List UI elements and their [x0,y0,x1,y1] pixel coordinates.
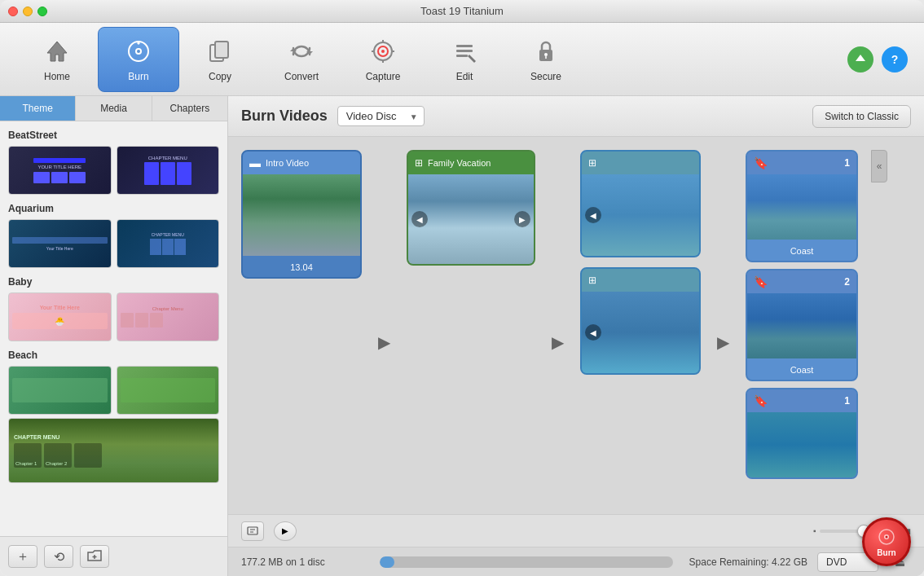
chapter-nav-prev1[interactable]: ◀ [585,207,601,223]
minimize-button[interactable] [23,7,33,16]
secure-icon [531,37,561,66]
collapse-panel-button[interactable]: « [871,150,887,182]
chapter-group-card1[interactable]: ⊞ ◀ [580,150,701,257]
chapter-num3: 1 [844,395,850,407]
help-button[interactable]: ? [882,46,908,73]
sidebar-theme-content: BeatStreet YOUR TITLE HERE [0,121,227,536]
theme-beach-extra: CHAPTER MENU Chapter 1 Chapter 2 [8,418,219,483]
theme-baby-title: Baby [8,276,219,288]
svg-point-20 [544,53,548,56]
copy-label: Copy [209,71,231,82]
family-header: ⊞ Family Vacation [408,152,534,174]
family-column: ⊞ Family Vacation ◀ ▶ [407,150,535,266]
sidebar: Theme Media Chapters BeatStreet YOUR TIT… [0,96,228,576]
bookmark-card3[interactable]: 🔖 1 [746,388,858,479]
chapter-num2: 2 [844,276,850,288]
sidebar-tabs: Theme Media Chapters [0,96,227,121]
status-bar: ▶ ▪ ■ [228,514,924,547]
family-title: Family Vacation [428,158,491,168]
toolbar-item-home[interactable]: Home [16,27,98,92]
intro-title: Intro Video [266,158,309,168]
toolbar-item-burn[interactable]: Burn [98,27,179,92]
svg-point-30 [886,535,888,538]
secure-label: Secure [530,71,561,82]
burn-button[interactable]: Burn [862,517,911,566]
capture-label: Capture [366,71,401,82]
bookmark-icon3: 🔖 [754,394,768,407]
aquarium-thumb1[interactable]: Your Title Here [8,219,112,268]
toolbar-item-convert[interactable]: Convert [261,27,342,92]
family-nav-prev[interactable]: ◀ [411,211,428,227]
family-vacation-card[interactable]: ⊞ Family Vacation ◀ ▶ [407,150,535,266]
beatstreet-thumb1[interactable]: YOUR TITLE HERE [8,146,112,195]
content-header: Burn Videos Video Disc Blu-ray Disc AVCH… [228,96,924,137]
intro-video-card[interactable]: ▬ Intro Video 13.04 [241,150,362,279]
maximize-button[interactable] [37,7,47,16]
tab-theme[interactable]: Theme [0,96,76,121]
bookmark-footer1: Coast [747,240,856,261]
convert-icon [287,37,316,66]
family-nav-next[interactable]: ▶ [514,211,530,227]
beach-thumb1[interactable] [8,366,112,415]
baby-thumb2[interactable]: Chapter Menu [117,292,220,341]
tab-media[interactable]: Media [76,96,152,121]
traffic-lights[interactable] [8,7,47,16]
bookmark-card2[interactable]: 🔖 2 Coast [746,269,858,381]
add-folder-button[interactable] [80,545,109,568]
bookmark-footer2: Coast [747,358,856,380]
svg-rect-5 [215,42,228,58]
edit-icon [450,37,479,66]
chapter-group-card2[interactable]: ⊞ ◀ [580,267,701,375]
bookmark-thumb2 [747,293,856,358]
page-title: Burn Videos [241,108,328,125]
film-icon: ▬ [249,156,261,169]
switch-classic-button[interactable]: Switch to Classic [812,105,911,128]
aquarium-thumb2[interactable]: CHAPTER MENU [117,219,220,268]
toolbar-item-copy[interactable]: Copy [179,27,261,92]
connector-1: ▶ [375,332,394,352]
capture-icon [368,37,398,66]
home-label: Home [44,71,70,82]
chapter-column: ⊞ ◀ ⊞ ◀ [580,150,701,375]
bookmark-icon1: 🔖 [754,156,768,169]
preview-play-button[interactable]: ▶ [274,521,297,541]
disc-bar: 177.2 MB on 1 disc Space Remaining: 4.22… [228,547,924,576]
bottom-area: ▶ ▪ ■ 177.2 MB on 1 disc Space Remaining… [228,514,924,576]
disc-type-dropdown[interactable]: Video Disc Blu-ray Disc AVCHD [337,106,425,126]
home-icon [42,37,72,66]
baby-thumb1[interactable]: Your Title Here 🐣 [8,292,112,341]
svg-rect-25 [248,527,257,534]
app-title: Toast 19 Titanium [420,5,504,17]
theme-aquarium-thumbs: Your Title Here CHAPTER MENU [8,219,219,268]
toolbar-item-secure[interactable]: Secure [505,27,587,92]
update-button[interactable] [847,46,873,73]
refresh-button[interactable]: ⟲ [44,545,73,568]
add-theme-button[interactable]: ＋ [8,545,37,568]
edit-card-button[interactable] [241,521,264,541]
intro-column: ▬ Intro Video 13.04 [241,150,362,279]
toolbar-right: ? [847,46,908,73]
svg-point-10 [381,50,385,53]
bookmark-card1[interactable]: 🔖 1 Coast [746,150,858,262]
theme-beatstreet-thumbs: YOUR TITLE HERE CHAPTER MENU [8,146,219,195]
beatstreet-thumb2[interactable]: CHAPTER MENU [117,146,220,195]
chapter-thumbnail1: ◀ [582,174,699,256]
bookmark-thumb1 [747,174,856,240]
bookmark-header2: 🔖 2 [747,270,856,293]
beach-thumb2[interactable] [117,366,220,415]
svg-marker-22 [856,55,865,61]
main-content: Theme Media Chapters BeatStreet YOUR TIT… [0,96,924,576]
toolbar-item-edit[interactable]: Edit [424,27,505,92]
tab-chapters[interactable]: Chapters [152,96,227,121]
bookmark-header1: 🔖 1 [747,152,856,174]
disc-type-dropdown-wrapper: Video Disc Blu-ray Disc AVCHD ▼ [337,106,425,126]
storage-info: 177.2 MB on 1 disc [241,556,363,568]
coast-label1: Coast [790,246,814,256]
chapter-thumbnail2: ◀ [582,292,699,373]
theme-baby-thumbs: Your Title Here 🐣 Chapter Menu [8,292,219,341]
close-button[interactable] [8,7,18,16]
beach-thumb3[interactable]: CHAPTER MENU Chapter 1 Chapter 2 [8,418,219,483]
chapter-nav-prev2[interactable]: ◀ [585,324,601,341]
connector-3: ▶ [714,332,733,352]
toolbar-item-capture[interactable]: Capture [342,27,424,92]
